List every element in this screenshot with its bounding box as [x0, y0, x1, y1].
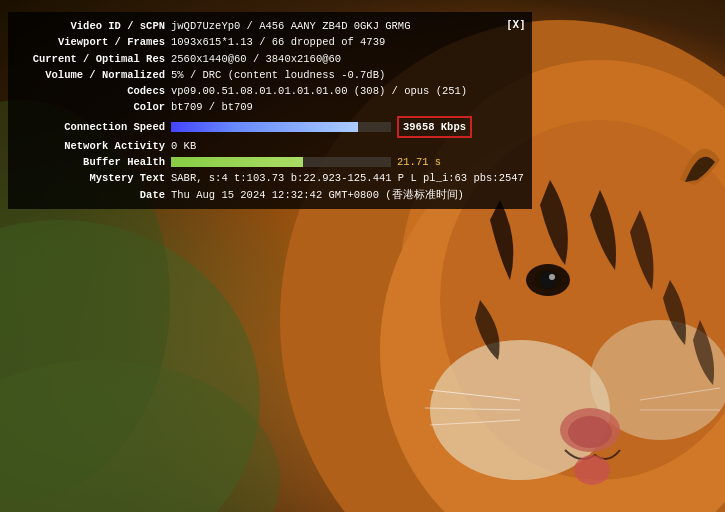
volume-value: 5% / DRC (content loudness -0.7dB): [171, 67, 524, 83]
network-activity-label: Network Activity: [16, 138, 171, 154]
connection-speed-row: Connection Speed 39658 Kbps: [16, 116, 524, 138]
connection-speed-value: 39658 Kbps: [397, 116, 472, 138]
network-activity-value: 0 KB: [171, 138, 196, 154]
video-id-value: jwQD7UzeYp0 / A456 AANY ZB4D 0GKJ GRMG: [171, 18, 524, 34]
connection-speed-bar-bg: [171, 122, 391, 132]
buffer-health-bar-fill: [171, 157, 303, 167]
date-label: Date: [16, 187, 171, 203]
color-value: bt709 / bt709: [171, 99, 524, 115]
mystery-text-row: Mystery Text SABR, s:4 t:103.73 b:22.923…: [16, 170, 524, 186]
mystery-text-value: SABR, s:4 t:103.73 b:22.923-125.441 P L …: [171, 170, 524, 186]
volume-label: Volume / Normalized: [16, 67, 171, 83]
video-id-row: Video ID / sCPN jwQD7UzeYp0 / A456 AANY …: [16, 18, 524, 34]
date-value: Thu Aug 15 2024 12:32:42 GMT+0800 (香港标准时…: [171, 187, 524, 203]
resolution-label: Current / Optimal Res: [16, 51, 171, 67]
buffer-health-bar-bg: [171, 157, 391, 167]
viewport-label: Viewport / Frames: [16, 34, 171, 50]
svg-point-11: [540, 271, 556, 289]
close-button[interactable]: [X]: [506, 16, 526, 33]
buffer-health-value: 21.71 s: [397, 154, 441, 170]
buffer-health-row: Buffer Health 21.71 s: [16, 154, 524, 170]
color-row: Color bt709 / bt709: [16, 99, 524, 115]
mystery-text-label: Mystery Text: [16, 170, 171, 186]
buffer-health-label: Buffer Health: [16, 154, 171, 170]
buffer-health-bar-container: 21.71 s: [171, 154, 524, 170]
network-activity-row: Network Activity 0 KB: [16, 138, 524, 154]
resolution-row: Current / Optimal Res 2560x1440@60 / 384…: [16, 51, 524, 67]
viewport-value: 1093x615*1.13 / 66 dropped of 4739: [171, 34, 524, 50]
video-id-label: Video ID / sCPN: [16, 18, 171, 34]
codecs-label: Codecs: [16, 83, 171, 99]
connection-speed-bar-fill: [171, 122, 358, 132]
stats-panel: [X] Video ID / sCPN jwQD7UzeYp0 / A456 A…: [8, 12, 532, 209]
svg-point-14: [568, 416, 612, 448]
date-row: Date Thu Aug 15 2024 12:32:42 GMT+0800 (…: [16, 187, 524, 203]
connection-speed-bar-container: 39658 Kbps: [171, 116, 524, 138]
volume-row: Volume / Normalized 5% / DRC (content lo…: [16, 67, 524, 83]
svg-point-12: [549, 274, 555, 280]
svg-point-20: [574, 455, 610, 485]
codecs-row: Codecs vp09.00.51.08.01.01.01.01.00 (308…: [16, 83, 524, 99]
connection-speed-label: Connection Speed: [16, 119, 171, 135]
color-label: Color: [16, 99, 171, 115]
resolution-value: 2560x1440@60 / 3840x2160@60: [171, 51, 524, 67]
viewport-row: Viewport / Frames 1093x615*1.13 / 66 dro…: [16, 34, 524, 50]
codecs-value: vp09.00.51.08.01.01.01.01.00 (308) / opu…: [171, 83, 524, 99]
